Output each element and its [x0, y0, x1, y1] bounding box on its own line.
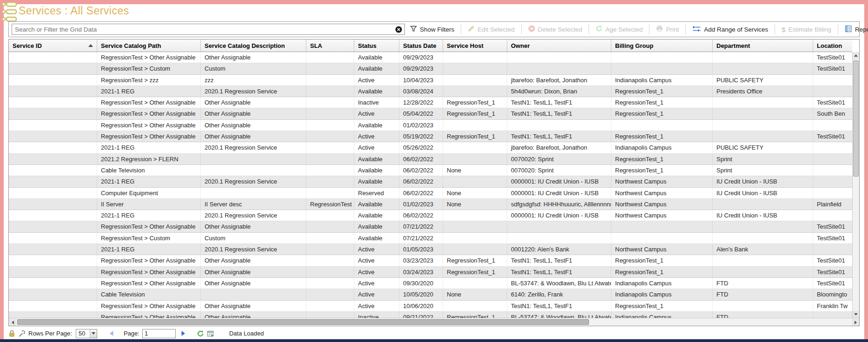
cell-status-date: 06/02/2022 — [399, 188, 443, 199]
cell-sla — [306, 255, 354, 266]
table-row[interactable]: RegressionTest > CustomCustomAvailable07… — [9, 233, 852, 244]
cell-service-catalog-description: Custom — [201, 63, 306, 74]
scroll-down-button[interactable] — [853, 311, 859, 318]
cell-service-catalog-path: RegressionTest > Other Assignable — [97, 312, 201, 318]
wrench-icon[interactable] — [18, 330, 26, 337]
table-row[interactable]: RegressionTest > Other AssignableOther A… — [9, 255, 852, 266]
column-header-owner[interactable]: Owner — [507, 39, 611, 52]
table-row[interactable]: 2021.2 Regression > FLERNAvailable06/02/… — [9, 154, 852, 165]
table-row[interactable]: RegressionTest > CustomCustomAvailable09… — [9, 63, 852, 74]
estimate-billing-button[interactable]: $ Estimate Billing — [778, 23, 835, 35]
cell-service-id — [9, 120, 97, 131]
horizontal-scroll-thumb[interactable] — [17, 319, 589, 325]
vertical-scroll-thumb[interactable] — [853, 60, 859, 177]
column-header-service-id[interactable]: Service ID — [9, 39, 97, 52]
report-button[interactable]: Report — [841, 23, 868, 35]
table-row[interactable]: RegressionTest > Other AssignableOther A… — [9, 301, 852, 312]
vertical-scrollbar[interactable] — [852, 52, 859, 318]
table-row[interactable]: RegressionTest > zzzzzzActive10/04/2023j… — [9, 75, 852, 86]
table-row[interactable]: Cable TelevisionAvailable06/02/2022None0… — [9, 165, 852, 176]
table-row[interactable]: II ServerII Server descRegressionTestAva… — [9, 199, 852, 210]
cell-sla — [306, 301, 354, 312]
cell-service-host: None — [443, 199, 507, 210]
table-row[interactable]: RegressionTest > Other AssignableOther A… — [9, 312, 852, 318]
table-row[interactable]: RegressionTest > Other AssignableOther A… — [9, 131, 852, 142]
table-row[interactable]: 2021-1 REG2020.1 Regression ServiceActiv… — [9, 142, 852, 153]
table-row[interactable]: 2021-1 REG2020.1 Regression ServiceAvail… — [9, 210, 852, 221]
table-row[interactable]: 2021-1 REG2020.1 Regression ServiceAvail… — [9, 176, 852, 187]
add-range-of-services-button[interactable]: Add Range of Services — [689, 23, 771, 35]
cell-owner: 0001220: Alen's Bank — [507, 244, 611, 255]
delete-circle-icon — [528, 25, 535, 33]
cell-service-id — [9, 233, 97, 244]
column-header-sla[interactable]: SLA — [306, 39, 354, 52]
column-header-status-date[interactable]: Status Date — [399, 39, 443, 52]
scroll-left-button[interactable] — [9, 319, 16, 326]
cell-status-date: 06/02/2022 — [399, 176, 443, 187]
age-selected-button[interactable]: Age Selected — [592, 23, 646, 35]
column-header-label: Billing Group — [615, 42, 709, 49]
delete-selected-button[interactable]: Delete Selected — [525, 23, 585, 35]
rows-per-page-select[interactable]: 50 — [76, 329, 97, 338]
table-row[interactable]: RegressionTest > Other AssignableOther A… — [9, 267, 852, 278]
cell-service-id — [9, 267, 97, 278]
column-header-location[interactable]: Location — [813, 39, 852, 52]
column-header-service-catalog-description[interactable]: Service Catalog Description — [201, 39, 306, 52]
table-row[interactable]: RegressionTest > Other AssignableOther A… — [9, 221, 852, 232]
toolbar-separator — [649, 24, 649, 34]
show-filters-button[interactable]: Show Filters — [407, 23, 457, 35]
cell-status: Active — [354, 278, 399, 289]
horizontal-scrollbar[interactable] — [9, 318, 859, 326]
table-row[interactable]: RegressionTest > Other AssignableOther A… — [9, 52, 852, 63]
cell-department: PUBLIC SAFETY — [713, 75, 813, 86]
cell-billing-group: RegressionTest_1 — [611, 165, 713, 176]
cell-service-host: RegressionTest_1 — [443, 97, 507, 108]
refresh-icon[interactable] — [197, 330, 204, 337]
printer-icon — [656, 25, 663, 33]
table-row[interactable]: RegressionTest > Other AssignableOther A… — [9, 120, 852, 131]
cell-status-date: 06/02/2022 — [399, 165, 443, 176]
table-row[interactable]: Cable TelevisionActive10/05/2020None6140… — [9, 289, 852, 300]
scroll-up-button[interactable] — [853, 52, 859, 59]
print-button[interactable]: Print — [653, 23, 682, 35]
scroll-right-button[interactable] — [852, 319, 859, 326]
column-header-status[interactable]: Status — [354, 39, 399, 52]
export-grid-icon[interactable] — [207, 330, 214, 337]
cell-sla: RegressionTest — [306, 199, 354, 210]
cell-service-id — [9, 210, 97, 221]
toolbar-separator — [589, 24, 589, 34]
cell-status: Active — [354, 108, 399, 119]
edit-selected-label: Edit Selected — [477, 26, 515, 33]
table-row[interactable]: RegressionTest > Other AssignableOther A… — [9, 278, 852, 289]
table-row[interactable]: RegressionTest > Other AssignableOther A… — [9, 108, 852, 119]
page-label: Page: — [124, 330, 139, 337]
cell-service-catalog-description: 2020.1 Regression Service — [201, 210, 306, 221]
column-header-label: Service Catalog Path — [101, 42, 197, 49]
cell-location — [813, 244, 852, 255]
next-page-button[interactable] — [179, 330, 188, 336]
column-header-billing-group[interactable]: Billing Group — [611, 39, 713, 52]
clear-search-icon[interactable] — [395, 26, 402, 33]
cell-billing-group: RegressionTest_1 — [611, 97, 713, 108]
cell-status-date: 10/04/2023 — [399, 75, 443, 86]
cell-location — [813, 176, 852, 187]
cell-service-host — [443, 233, 507, 244]
table-row[interactable]: Computer EquipmentReserved06/02/2022None… — [9, 188, 852, 199]
cell-department: Sprint — [713, 165, 813, 176]
edit-selected-button[interactable]: Edit Selected — [464, 23, 518, 35]
table-row[interactable]: 2021-1 REG2020.1 Regression ServiceAvail… — [9, 86, 852, 97]
previous-page-button[interactable] — [106, 330, 116, 336]
lock-icon[interactable] — [8, 330, 15, 337]
page-input[interactable] — [142, 329, 176, 338]
search-input[interactable] — [12, 24, 405, 35]
table-row[interactable]: 2021-1 REG2020.1 Regression ServiceActiv… — [9, 244, 852, 255]
cell-department — [713, 221, 813, 232]
column-header-label: Status — [358, 42, 395, 49]
cell-sla — [306, 278, 354, 289]
cell-sla — [306, 131, 354, 142]
column-header-department[interactable]: Department — [713, 39, 813, 52]
table-row[interactable]: RegressionTest > Other AssignableOther A… — [9, 97, 852, 108]
column-header-service-host[interactable]: Service Host — [443, 39, 507, 52]
cell-owner — [507, 233, 611, 244]
column-header-service-catalog-path[interactable]: Service Catalog Path — [97, 39, 201, 52]
